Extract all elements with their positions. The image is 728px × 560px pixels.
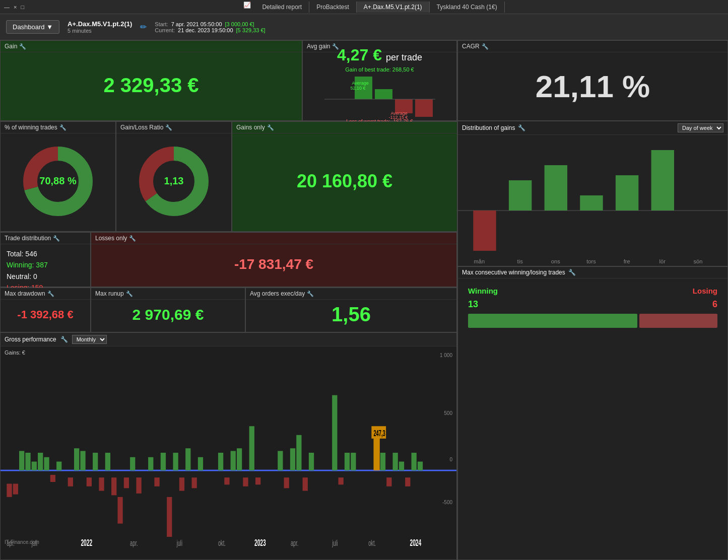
svg-text:ons: ons — [551, 258, 560, 264]
window-close[interactable]: × — [14, 4, 17, 10]
avg-orders-wrench[interactable]: 🔧 — [307, 291, 314, 297]
svg-rect-13 — [25, 453, 30, 470]
current-capital: [5 329,33 €] — [236, 27, 266, 33]
trade-dist-panel: Trade distribution 🔧 Total: 546 Winning:… — [0, 232, 91, 287]
right-panel: CAGR 🔧 21,11 % Distribution of gains 🔧 D… — [457, 40, 728, 560]
losses-only-wrench[interactable]: 🔧 — [129, 235, 136, 242]
svg-rect-20 — [74, 448, 79, 470]
bar-chart-svg: apr. juli 2022 apr. juli okt. 2023 apr. … — [1, 346, 456, 559]
second-row: % of winning trades 🔧 70,88 % Gain/Loss … — [0, 121, 457, 232]
avg-gain-per-trade: per trade — [386, 52, 422, 63]
drawdown-wrench[interactable]: 🔧 — [47, 291, 54, 297]
cagr-wrench[interactable]: 🔧 — [482, 43, 489, 50]
svg-rect-80 — [509, 180, 532, 211]
gains-only-panel: Gains only 🔧 20 160,80 € — [232, 121, 457, 232]
start-date: 7 apr. 2021 05:50:00 — [171, 21, 222, 27]
dist-gains-panel: Distribution of gains 🔧 Day of week Hour… — [457, 121, 728, 266]
svg-rect-29 — [130, 457, 135, 470]
svg-text:apr.: apr. — [291, 538, 298, 547]
svg-rect-33 — [161, 453, 166, 470]
gain-loss-donut: 1,13 — [116, 133, 231, 229]
window-maximize[interactable]: □ — [21, 4, 24, 10]
svg-rect-63 — [412, 453, 417, 470]
svg-rect-37 — [185, 448, 190, 470]
y-label-0: 0 — [449, 457, 452, 462]
svg-rect-59 — [386, 477, 391, 486]
y-label-500: 500 — [444, 410, 452, 416]
svg-rect-30 — [136, 477, 141, 494]
trade-dist-wrench[interactable]: 🔧 — [53, 235, 60, 242]
svg-rect-1 — [375, 89, 392, 99]
svg-text:2024: 2024 — [410, 538, 421, 548]
svg-rect-19 — [68, 477, 73, 486]
gain-panel: Gain 🔧 2 329,33 € — [0, 40, 302, 121]
gross-perf-title: Gross performance — [5, 336, 56, 343]
winning-pct-wrench[interactable]: 🔧 — [59, 124, 67, 131]
tab-instrument[interactable]: Tyskland 40 Cash (1€) — [430, 2, 505, 13]
avg-gain-svg — [324, 77, 435, 117]
svg-rect-43 — [237, 448, 242, 470]
svg-rect-51 — [303, 477, 308, 491]
gains-only-header: Gains only 🔧 — [232, 122, 457, 133]
cagr-panel: CAGR 🔧 21,11 % — [457, 40, 728, 121]
window-minus[interactable]: — — [4, 4, 10, 10]
consec-red-bar — [639, 314, 717, 328]
fifth-row: Max drawdown 🔧 -1 392,68 € Max runup 🔧 2… — [0, 287, 457, 332]
runup-header: Max runup 🔧 — [91, 288, 245, 300]
tab-detailed-report[interactable]: Detailed report — [255, 2, 309, 13]
total-label: Total: — [7, 250, 23, 258]
dist-gains-title: Distribution of gains — [462, 124, 515, 131]
svg-rect-52 — [309, 453, 314, 470]
neutral-value: 0 — [33, 272, 37, 281]
dist-svg: mån tis ons tors fre lör sön — [458, 135, 727, 266]
svg-rect-55 — [345, 453, 350, 470]
gross-perf-wrench[interactable]: 🔧 — [60, 336, 68, 343]
it-finance: IT-Finance.com — [5, 539, 39, 545]
top-bar: — × □ 📈 Detailed report ProBacktest A+.D… — [0, 0, 728, 14]
trade-dist-title: Trade distribution — [5, 235, 51, 242]
svg-text:tors: tors — [586, 258, 596, 264]
gains-label: Gains: € — [5, 349, 25, 356]
dist-gains-wrench[interactable]: 🔧 — [518, 124, 525, 131]
gain-loss-wrench[interactable]: 🔧 — [165, 124, 172, 131]
gross-perf-chart-area: Gains: € IT-Finance.com 1 000 500 0 -500 — [1, 346, 456, 559]
tab-probacktest[interactable]: ProBacktest — [309, 2, 357, 13]
gain-wrench[interactable]: 🔧 — [19, 43, 26, 50]
svg-text:lör: lör — [659, 258, 666, 264]
consec-values-row: 13 6 — [468, 299, 717, 310]
svg-rect-53 — [332, 395, 337, 470]
period-select[interactable]: Monthly Weekly Daily — [72, 335, 107, 344]
svg-rect-17 — [50, 475, 55, 482]
svg-rect-42 — [231, 451, 236, 470]
avg-gain-value: 4,27 € — [337, 46, 382, 64]
runup-panel: Max runup 🔧 2 970,69 € — [91, 288, 245, 332]
svg-text:juli: juli — [176, 538, 182, 547]
second-bar: Dashboard ▼ A+.Dax.M5.V1.pt.2(1) 5 minut… — [0, 14, 728, 40]
winning-pct-header: % of winning trades 🔧 — [1, 122, 115, 133]
edit-icon[interactable]: ✏ — [140, 22, 147, 32]
top-tabs: 📈 Detailed report ProBacktest A+.Dax.M5.… — [24, 2, 724, 13]
day-select[interactable]: Day of week Hour Month — [678, 123, 723, 132]
current-label: Current: — [155, 27, 175, 33]
gain-header: Gain 🔧 — [1, 41, 302, 52]
consec-green-bar — [468, 314, 637, 328]
y-label-500neg: -500 — [442, 500, 452, 505]
avg-val-1: 52,10 € — [351, 86, 366, 91]
runup-wrench[interactable]: 🔧 — [126, 291, 133, 297]
tab-strategy[interactable]: A+.Dax.M5.V1.pt.2(1) — [357, 2, 430, 13]
max-consec-title: Max consecutive winning/losing trades — [462, 269, 565, 276]
dashboard-button[interactable]: Dashboard ▼ — [6, 20, 59, 34]
gain-loss-title: Gain/Loss Ratio — [120, 124, 163, 131]
svg-rect-11 — [13, 484, 18, 495]
gross-perf-header: Gross performance 🔧 Monthly Weekly Daily — [1, 333, 456, 346]
gains-only-wrench[interactable]: 🔧 — [267, 124, 274, 131]
avg-orders-panel: Avg orders exec/day 🔧 1,56 — [245, 288, 457, 332]
svg-rect-41 — [224, 477, 229, 484]
avg-val-2: -112,15 € — [389, 115, 408, 120]
svg-rect-35 — [173, 453, 178, 470]
svg-rect-46 — [255, 477, 260, 484]
drawdown-title: Max drawdown — [5, 290, 45, 297]
svg-text:mån: mån — [474, 258, 485, 264]
max-consec-wrench[interactable]: 🔧 — [568, 269, 576, 276]
gain-loss-panel: Gain/Loss Ratio 🔧 1,13 — [116, 121, 232, 232]
